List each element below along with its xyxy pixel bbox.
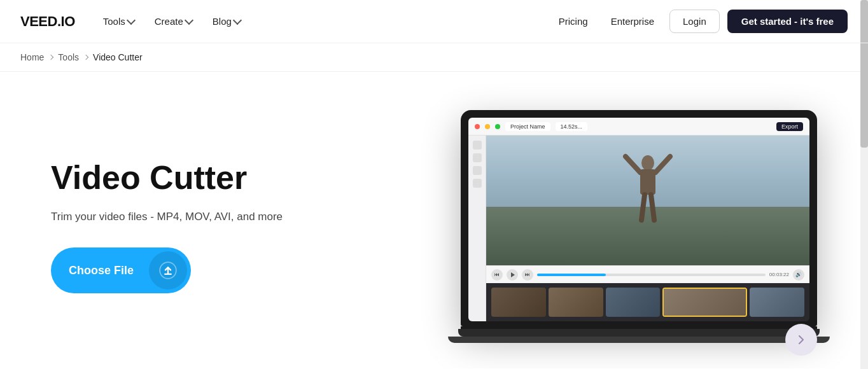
get-started-button[interactable]: Get started - it's free [727,10,848,33]
app-title-bar: Project Name 14.52s... Export [505,122,803,131]
choose-file-button[interactable]: Choose File [51,247,191,293]
app-content: ⏮ ⏭ 00:03 [486,136,809,321]
breadcrumb-home[interactable]: Home [20,52,44,62]
breadcrumb-sep-1 [48,55,53,60]
hero-section: Video Cutter Trim your video files - MP4… [0,72,868,368]
nav-tools[interactable]: Tools [95,11,142,32]
play-button[interactable] [507,269,518,281]
breadcrumb-sep-2 [83,55,88,60]
nav-create-label: Create [155,16,183,27]
nav-tools-label: Tools [103,16,125,27]
app-sidebar [468,136,486,321]
decorative-circle [785,324,817,356]
blog-chevron-icon [233,16,242,25]
timeline-thumb-1 [491,288,546,317]
progress-bar[interactable] [537,274,766,276]
nav-blog-label: Blog [213,16,232,27]
breadcrumb-current: Video Cutter [93,52,143,62]
tools-chevron-icon [127,16,136,25]
scrollbar-track[interactable] [860,0,868,368]
logo[interactable]: VEED.IO [20,13,75,30]
laptop-screen-frame: Project Name 14.52s... Export [461,110,817,326]
upload-icon-wrap [149,251,187,289]
app-controls: ⏮ ⏭ 00:03 [486,265,809,283]
timeline-thumb-5 [750,288,804,317]
traffic-light-yellow [485,124,490,129]
svg-point-1 [641,155,654,171]
upload-icon [159,261,177,279]
app-main: ⏮ ⏭ 00:03 [468,136,809,321]
laptop-bottom [448,337,830,343]
volume-button[interactable]: 🔊 [793,269,804,281]
app-tab-duration: 14.52s... [556,122,588,131]
time-display: 00:03:22 [769,272,789,277]
laptop-base [458,329,820,337]
sidebar-item-1 [473,141,482,150]
hero-right: Project Name 14.52s... Export [461,110,817,343]
login-button[interactable]: Login [669,10,720,33]
laptop-screen: Project Name 14.52s... Export [468,118,809,321]
nav-enterprise[interactable]: Enterprise [603,11,662,32]
forward-button[interactable]: ⏭ [522,269,533,281]
app-topbar: Project Name 14.52s... Export [468,118,809,136]
person-silhouette [622,150,673,226]
navbar-right: Pricing Enterprise Login Get started - i… [551,10,848,33]
progress-bar-fill [537,274,606,276]
chevron-right-icon [794,332,809,347]
create-chevron-icon [185,16,193,25]
nav-create[interactable]: Create [147,11,200,32]
app-timeline [486,283,809,321]
nav-pricing[interactable]: Pricing [551,11,596,32]
sidebar-item-2 [473,153,482,162]
rewind-button[interactable]: ⏮ [491,269,503,281]
choose-file-label: Choose File [51,253,149,289]
timeline-thumb-3 [606,288,661,317]
nav-blog[interactable]: Blog [205,11,248,32]
app-video-area [486,136,809,265]
navbar: VEED.IO Tools Create Blog Pricing Enterp… [0,0,868,43]
nav-links: Tools Create Blog [95,11,248,32]
traffic-light-red [475,124,480,129]
play-triangle-icon [511,272,515,277]
timeline-thumb-selected [662,288,747,317]
timeline-thumb-2 [549,288,603,317]
breadcrumb-tools[interactable]: Tools [58,52,79,62]
navbar-left: VEED.IO Tools Create Blog [20,11,248,32]
hero-subtitle: Trim your video files - MP4, MOV, AVI, a… [51,209,283,225]
app-tab-project: Project Name [505,122,550,131]
hero-left: Video Cutter Trim your video files - MP4… [51,160,283,294]
sidebar-item-3 [473,166,482,175]
traffic-light-green [495,124,500,129]
sidebar-item-4 [473,179,482,188]
laptop-mockup: Project Name 14.52s... Export [461,110,817,343]
breadcrumb: Home Tools Video Cutter [0,43,868,72]
app-export-button[interactable]: Export [776,122,803,131]
hero-title: Video Cutter [51,160,283,196]
